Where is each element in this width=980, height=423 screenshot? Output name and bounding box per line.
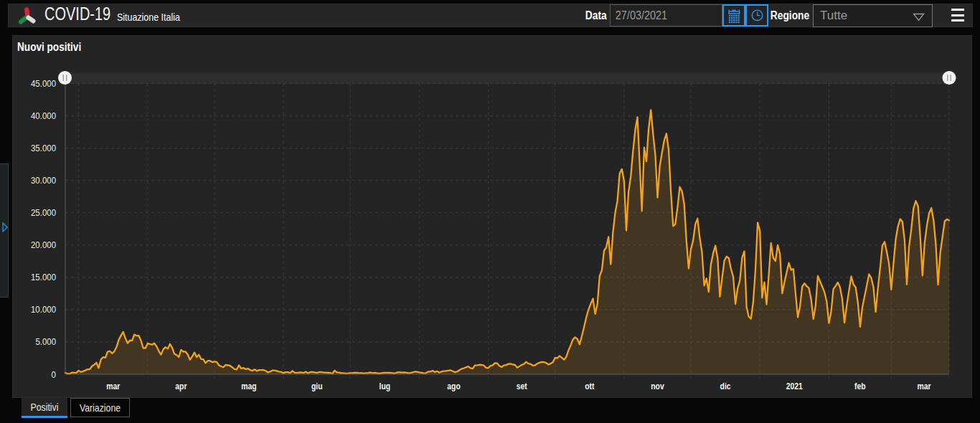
svg-text:2021: 2021 (786, 381, 803, 391)
svg-text:ott: ott (585, 381, 595, 391)
svg-text:15.000: 15.000 (31, 272, 56, 282)
svg-text:mar: mar (917, 381, 930, 391)
svg-text:5.000: 5.000 (35, 336, 56, 347)
svg-text:apr: apr (175, 381, 187, 391)
svg-text:25.000: 25.000 (31, 207, 56, 218)
svg-text:dic: dic (720, 381, 731, 391)
svg-text:30.000: 30.000 (31, 175, 56, 186)
svg-text:35.000: 35.000 (31, 143, 56, 153)
svg-text:lug: lug (380, 381, 391, 391)
svg-text:nov: nov (651, 381, 664, 391)
svg-text:mar: mar (106, 381, 120, 391)
svg-text:mag: mag (241, 381, 256, 391)
svg-text:set: set (517, 381, 528, 391)
svg-text:45.000: 45.000 (31, 78, 56, 89)
svg-text:giu: giu (311, 381, 323, 391)
svg-text:10.000: 10.000 (31, 304, 56, 315)
svg-text:40.000: 40.000 (31, 110, 56, 121)
svg-text:ago: ago (447, 381, 461, 391)
svg-text:20.000: 20.000 (31, 239, 56, 250)
svg-text:0: 0 (52, 369, 56, 380)
svg-text:feb: feb (854, 381, 866, 391)
